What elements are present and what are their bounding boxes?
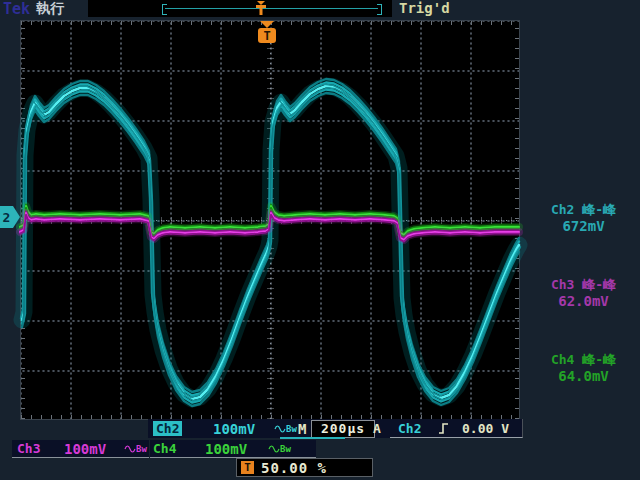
channel2-marker-label: 2 — [3, 210, 11, 225]
trigger-level: 0.00 V — [462, 421, 509, 436]
waveform-traces — [0, 0, 640, 480]
readout-ch4: Ch4 100mV Bw — [150, 440, 316, 458]
ch2-scale-value: 100mV — [213, 421, 255, 437]
measurement-ch3-value: 62.0mV — [527, 293, 640, 310]
ch2-scale-chip: Ch2 — [153, 421, 182, 436]
timebase-value: 200μs — [321, 421, 365, 436]
ch4-ac-coupling-icon — [268, 444, 280, 454]
measurement-ch4-pkpk: Ch4 峰-峰 64.0mV — [527, 352, 640, 385]
ch2-ac-coupling-icon — [274, 424, 286, 434]
timebase-underline — [280, 437, 345, 439]
readout-ch2-timebase: Ch2 100mV Bw M 200μs A — [148, 419, 391, 438]
measurement-ch3-pkpk: Ch3 峰-峰 62.0mV — [527, 277, 640, 310]
trigger-mode: A — [373, 421, 381, 436]
ch2-bandwidth-icon: Bw — [286, 424, 297, 434]
trigger-position-marker[interactable]: T — [254, 20, 280, 44]
ch4-bandwidth-icon: Bw — [280, 444, 291, 454]
measurement-ch3-label: Ch3 峰-峰 — [527, 277, 640, 293]
timebase-prefix: M — [298, 421, 306, 437]
measurement-ch2-pkpk: Ch2 峰-峰 672mV — [527, 202, 640, 235]
ch4-scale-value: 100mV — [205, 441, 247, 457]
ch3-bandwidth-icon: Bw — [136, 444, 147, 454]
readout-trigger: Ch2 0.00 V — [390, 419, 523, 438]
trigger-source: Ch2 — [398, 421, 421, 436]
ch3-label: Ch3 — [17, 441, 40, 456]
readout-ch3: Ch3 100mV Bw — [12, 440, 149, 458]
measurement-ch4-value: 64.0mV — [527, 368, 640, 385]
channel2-ground-marker[interactable]: 2 — [0, 205, 21, 231]
measurement-ch4-label: Ch4 峰-峰 — [527, 352, 640, 368]
horizontal-trigger-icon: T — [241, 461, 254, 474]
ch4-label: Ch4 — [153, 441, 176, 456]
rising-edge-icon — [438, 422, 450, 435]
trigger-marker-label: T — [263, 29, 270, 43]
ch3-ac-coupling-icon — [124, 444, 136, 454]
horizontal-position-value: 50.00 % — [261, 460, 327, 476]
ch3-scale-value: 100mV — [64, 441, 106, 457]
measurement-ch2-value: 672mV — [527, 218, 640, 235]
horizontal-position-box: T 50.00 % — [236, 458, 373, 477]
measurement-ch2-label: Ch2 峰-峰 — [527, 202, 640, 218]
oscilloscope-screen: Tek 執行 Trig'd T 2 Ch2 峰-峰 672 — [0, 0, 640, 480]
timebase-value-box: 200μs — [311, 420, 375, 438]
